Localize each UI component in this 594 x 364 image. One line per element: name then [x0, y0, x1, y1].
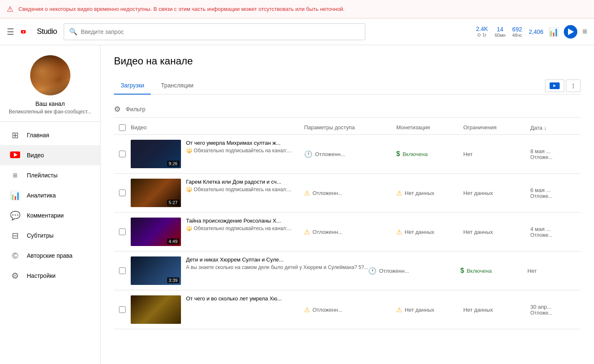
row-check[interactable]	[114, 306, 131, 313]
date-value: 30 апр...	[530, 304, 581, 310]
row-monetize: $ Включена	[396, 150, 463, 158]
video-desc: 🔱 Обязательно подписывайтесь на канал:..…	[186, 187, 304, 192]
sidebar-item-subtitles[interactable]: ⊟ Субтитры	[0, 226, 100, 246]
analytics-nav-icon: 📊	[10, 190, 20, 200]
date-value: 8 мая ...	[530, 148, 581, 154]
row-access: ⚠ Отложенн...	[304, 306, 396, 314]
sidebar-item-home[interactable]: ⊞ Главная	[0, 125, 100, 145]
video-thumbnail[interactable]: 9:26	[131, 140, 181, 168]
header-check[interactable]	[114, 124, 131, 131]
video-duration: 4:49	[167, 238, 179, 244]
video-info: Тайна происхождение Роксоланы Х... 🔱 Обя…	[186, 218, 304, 231]
row-checkbox[interactable]	[119, 267, 126, 274]
row-monetize: ⚠ Нет данных	[396, 306, 463, 314]
video-desc: 🔱 Обязательно подписывайтесь на канал:..…	[186, 226, 304, 231]
tab-broadcasts[interactable]: Трансляции	[154, 77, 200, 95]
video-title[interactable]: От чего умерла Михримах султан ж...	[186, 140, 304, 146]
video-title[interactable]: От чего и во сколько лет умрела Хю...	[186, 295, 304, 302]
sidebar-item-video[interactable]: Видео	[0, 145, 100, 165]
access-text: Отложенн...	[312, 229, 343, 235]
video-title[interactable]: Гарем Клетка или Дом радости и сч...	[186, 179, 304, 185]
header-date[interactable]: Дата ↓	[530, 124, 581, 131]
row-check[interactable]	[114, 190, 131, 196]
sidebar-item-settings[interactable]: ⚙ Настройки	[0, 266, 100, 286]
video-thumbnail[interactable]: 3:39	[131, 256, 181, 285]
row-checkbox[interactable]	[119, 306, 126, 313]
page-title: Видео на канале	[114, 55, 581, 67]
access-text: Отложенн...	[379, 268, 409, 274]
row-restrict: Нет данных	[463, 229, 530, 235]
row-check[interactable]	[114, 228, 131, 235]
sidebar-label-copyright: Авторские права	[27, 252, 72, 259]
row-checkbox[interactable]	[119, 190, 126, 196]
access-text: Отложенн...	[312, 307, 343, 313]
video-thumbnail[interactable]	[131, 295, 181, 324]
header-monetize: Монетизация	[396, 124, 463, 131]
video-info: Гарем Клетка или Дом радости и сч... 🔱 О…	[186, 179, 304, 192]
video-desc: А вы знаете сколько на самом деле было д…	[186, 264, 368, 270]
video-title[interactable]: Дети и никах Хюррем Султан и Суле...	[186, 256, 368, 263]
sidebar-item-comments[interactable]: 💬 Комментарии	[0, 205, 100, 226]
restrict-text: Нет данных	[463, 229, 493, 235]
row-monetize: ⚠ Нет данных	[396, 228, 463, 236]
video-title[interactable]: Тайна происхождение Роксоланы Х...	[186, 218, 304, 224]
row-restrict: Нет	[527, 268, 594, 274]
row-video: 5:27 Гарем Клетка или Дом радости и сч..…	[131, 179, 304, 207]
sidebar-item-playlists[interactable]: ≡ Плейлисты	[0, 165, 100, 185]
channel-avatar[interactable]	[30, 55, 70, 95]
header-access[interactable]: Параметры доступа	[304, 124, 396, 131]
analytics-icon[interactable]: 📊	[548, 27, 559, 37]
copyright-icon: ©	[10, 251, 20, 261]
search-icon: 🔍	[69, 28, 77, 36]
monetize-icon: ⚠	[396, 228, 402, 236]
access-icon: 🕐	[304, 150, 312, 158]
menu-button[interactable]: ☰	[7, 27, 14, 37]
video-info: От чего умерла Михримах султан ж... 🔱 Об…	[186, 140, 304, 154]
tab-channel-button[interactable]	[545, 79, 564, 92]
sidebar-label-subtitles: Субтитры	[27, 232, 54, 239]
alert-bar: ⚠ Сведения о некоторых видео временно не…	[0, 0, 594, 18]
more-options-icon[interactable]: ≡	[582, 27, 587, 36]
subtitles-icon: ⊟	[10, 231, 20, 241]
date-value: 4 мая ...	[530, 226, 581, 232]
comments-icon: 💬	[10, 210, 20, 220]
video-thumbnail[interactable]: 5:27	[131, 179, 181, 207]
monetize-icon: $	[396, 150, 400, 158]
sidebar-item-copyright[interactable]: © Авторские права	[0, 246, 100, 266]
row-checkbox[interactable]	[119, 151, 126, 157]
tab-uploads[interactable]: Загрузки	[114, 77, 151, 95]
layout: Ваш канал Великолепный век фан-сообщест.…	[0, 45, 594, 364]
row-restrict: Нет данных	[463, 307, 530, 313]
sidebar-label-comments: Комментарии	[27, 212, 64, 219]
search-bar[interactable]: 🔍	[64, 23, 365, 40]
row-check[interactable]	[114, 267, 131, 274]
row-check[interactable]	[114, 151, 131, 157]
sidebar-item-analytics[interactable]: 📊 Аналитика	[0, 185, 100, 205]
access-icon: ⚠	[304, 306, 310, 314]
filter-icon[interactable]: ⚙	[114, 105, 121, 114]
row-video: 4:49 Тайна происхождение Роксоланы Х... …	[131, 218, 304, 246]
studio-label: Studio	[37, 27, 57, 36]
video-thumbnail[interactable]: 4:49	[131, 218, 181, 246]
restrict-text: Нет	[463, 151, 473, 157]
main-content: Видео на канале Загрузки Трансляции ⋮ ⚙ …	[101, 45, 594, 364]
stats-group: 2.4K ⊙ 1г 14 60мн 692 48чс 2,406	[476, 26, 543, 38]
select-all-checkbox[interactable]	[119, 124, 126, 131]
date-sub: Отложе...	[530, 193, 581, 199]
access-icon: ⚠	[304, 189, 310, 197]
video-info: Дети и никах Хюррем Султан и Суле... А в…	[186, 256, 368, 270]
row-access: 🕐 Отложенн...	[368, 267, 460, 275]
monetize-icon: $	[460, 267, 464, 274]
row-restrict: Нет	[463, 151, 530, 157]
row-checkbox[interactable]	[119, 228, 126, 235]
search-input[interactable]	[81, 28, 360, 35]
date-sub: Отложе...	[530, 232, 581, 238]
stat-692: 692 48чс	[512, 26, 522, 38]
header: ☰ Studio 🔍 2.4K ⊙ 1г 14 60мн 692 48чс	[0, 18, 594, 45]
stat-2406: 2,406	[529, 28, 543, 35]
sidebar-label-home: Главная	[27, 132, 49, 138]
tab-more-button[interactable]: ⋮	[566, 79, 581, 92]
avatar[interactable]	[564, 25, 577, 38]
logo[interactable]: Studio	[21, 27, 57, 36]
sidebar-nav: ⊞ Главная Видео ≡ Плейлисты 📊 Аналитика	[0, 125, 100, 286]
